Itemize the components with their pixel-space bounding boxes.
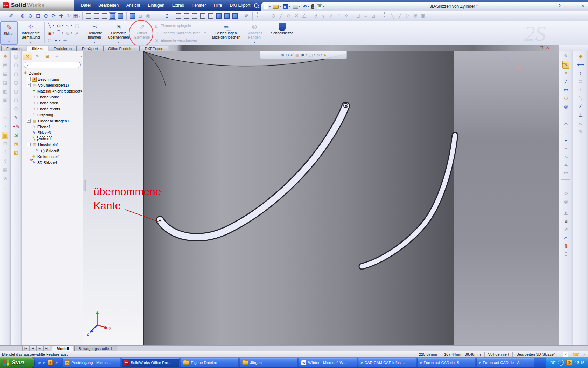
chevron-down-icon[interactable]: ▾ [53, 32, 56, 34]
appearance-ball-icon[interactable]: ● [324, 53, 326, 57]
first-tab-button[interactable]: |◀ [22, 346, 29, 351]
circle-tool-icon[interactable]: ⊙ [56, 23, 62, 28]
left-view-icon[interactable] [192, 13, 197, 19]
chevron-down-icon[interactable]: ▾ [71, 24, 74, 27]
help-dropdown-icon[interactable]: ▾ [564, 5, 566, 8]
sketch-fillet-icon[interactable]: ⌐ [565, 136, 567, 145]
shaded-view-icon[interactable] [118, 13, 123, 19]
task-posteingang[interactable]: ◷ Posteingang - Micros... [62, 358, 120, 367]
sketch-button[interactable]: ✎ Skizze ▾ [0, 21, 18, 45]
tab-skizze[interactable]: Skizze [27, 46, 48, 51]
move-body-icon[interactable]: ⇲ [14, 131, 18, 140]
menu-datei[interactable]: Datei [78, 2, 94, 8]
add-relation-icon[interactable]: ⊥ [564, 181, 568, 189]
perpendicular-dimension-icon[interactable]: ⊥ [579, 111, 583, 120]
task-foren-cad-2[interactable]: e Foren auf CAD.de - A... [476, 358, 534, 367]
tab-evaluieren[interactable]: Evaluieren [49, 46, 77, 51]
glasses-icon[interactable]: ∞ [579, 120, 582, 128]
undo-button[interactable]: ↶▾ [303, 5, 309, 8]
tree-item-3d-skizze4[interactable]: 3D✎ 3D-Skizze4 [23, 159, 83, 165]
doc-restore-button[interactable]: ❐ [540, 46, 543, 50]
ordinate-dimension-icon[interactable]: ⫶ [580, 86, 581, 94]
rapid-sketch-button[interactable]: ϟ Schnellskizze [268, 21, 296, 45]
propertymanager-tab[interactable]: ✎ [33, 53, 42, 60]
trim-entities-button[interactable]: ✂ Elemente trimmen ▾ [83, 21, 106, 45]
hidden-lines-removed-icon[interactable] [102, 13, 107, 19]
expand-toggle-icon[interactable]: + [27, 83, 31, 87]
tree-item-kreismuster1[interactable]: ✣ Kreismuster1 [23, 154, 83, 159]
quick-snaps-icon[interactable]: ◎ [564, 198, 568, 206]
tab-modell[interactable]: Modell [52, 346, 74, 351]
text-tool-icon[interactable]: A [74, 30, 80, 36]
tab-dimxpert[interactable]: DimXpert [77, 46, 103, 51]
menu-einfuegen[interactable]: Einfügen [145, 2, 167, 8]
smart-dimension-button[interactable]: ✧ Intelligente Bemaßung ▾ [18, 21, 43, 45]
tag-icon[interactable] [573, 353, 579, 356]
tree-item-beschriftung[interactable]: + A Beschriftung [23, 76, 83, 82]
tree-item-ebene-oben[interactable]: ◇ Ebene oben [23, 100, 83, 106]
tray-clock-icon[interactable]: ◷ [566, 360, 572, 366]
zoom-out-icon[interactable]: ⊖ [42, 12, 50, 20]
right-view-icon[interactable] [200, 13, 205, 19]
dimetric-view-icon[interactable] [232, 13, 238, 19]
vertical-dimension-icon[interactable]: ↕ [580, 69, 582, 77]
normal-to-icon[interactable]: ✐ [243, 12, 251, 20]
select-tool-icon[interactable]: ✐ [7, 12, 15, 20]
lofted-boss-icon[interactable]: ❖ [3, 53, 7, 61]
circle-tool-icon[interactable]: ⊙ [564, 94, 568, 103]
toolbar-grip[interactable] [257, 12, 260, 19]
3d-sketch-icon[interactable]: 3D✎ [562, 61, 569, 69]
graphics-viewport[interactable]: X Z übernommene Kante ⊕ ⊙ ✐ ▥ ▣▾ ▢▾ ∞▾ ● [83, 51, 559, 345]
toolbar-grip[interactable] [384, 12, 386, 19]
perimeter-circle-icon[interactable]: ◎ [564, 103, 568, 111]
task-eigene-dateien[interactable]: Eigene Dateien [181, 358, 239, 367]
view-orientation-icon[interactable]: ▢ [309, 53, 313, 57]
tree-item-skizze3[interactable]: ✎ Skizze3 [23, 130, 83, 136]
boss-feature-icon[interactable]: ⬔ [14, 140, 18, 149]
selection-box-icon[interactable]: ⬚ [564, 170, 568, 178]
panel-splitter-handle[interactable] [83, 180, 86, 191]
wireframe-view-icon[interactable] [86, 13, 91, 19]
convert-entities-icon[interactable]: ⧈ [565, 217, 568, 225]
dimxpertmanager-tab[interactable]: ✛ [52, 53, 62, 60]
tree-item-skizze5[interactable]: ✎ (-) Skizze5 [23, 148, 83, 154]
tree-item-ebene-rechts[interactable]: ◇ Ebene rechts [23, 106, 83, 112]
point-tool-icon[interactable]: ✳ [564, 162, 568, 170]
language-indicator[interactable]: DE [550, 361, 555, 365]
tab-features[interactable]: Features [1, 46, 26, 51]
display-relations-button[interactable]: ∞̲ Beziehungen anzeigen/löschen ▾ [209, 21, 243, 45]
line-tool-icon[interactable]: ╱ [565, 77, 567, 86]
last-tab-button[interactable]: ▶| [43, 346, 50, 351]
baseline-dimension-icon[interactable]: ≣ [579, 77, 583, 86]
spline-tool-icon[interactable]: ∿ [564, 153, 568, 162]
shadow-view-icon[interactable] [130, 13, 135, 19]
menu-bearbeiten[interactable]: Bearbeiten [95, 2, 122, 8]
prev-tab-button[interactable]: ◀ [29, 346, 36, 351]
rotate-about-icon[interactable]: ↻ [65, 12, 73, 20]
toolbar-grip[interactable] [159, 12, 161, 19]
sketch-exit-icon[interactable]: ✎ [564, 52, 568, 61]
configurationmanager-tab[interactable]: ⊞ [43, 53, 52, 60]
doc-close-button[interactable]: ✕ [546, 46, 549, 50]
standard-views-arrow-icon[interactable]: ↥ [163, 12, 171, 20]
hide-show-items-icon[interactable]: ∞ [317, 53, 320, 57]
chevron-down-icon[interactable]: ▾ [62, 24, 65, 27]
horizontal-dimension-icon[interactable]: ⟷ [577, 61, 584, 69]
close-button[interactable]: ✕ [581, 4, 584, 8]
tree-item-umwickeln1[interactable]: − ▥ Umwickeln1 [23, 142, 83, 148]
tab-office-produkte[interactable]: Office Produkte [103, 46, 140, 51]
front-view-icon[interactable] [176, 13, 181, 19]
chamfer-dimension-icon[interactable]: ⟍ [579, 94, 582, 103]
menu-dxfexport[interactable]: DXFExport [227, 2, 254, 8]
cylinder-body[interactable] [144, 51, 454, 345]
menu-extras[interactable]: Extras [169, 2, 187, 8]
realview-icon[interactable]: ◉ [144, 12, 152, 20]
menu-hilfe[interactable]: Hilfe [211, 2, 225, 8]
back-view-icon[interactable] [184, 13, 189, 19]
doc-minimize-button[interactable]: – [535, 46, 537, 50]
featuremanager-tab[interactable]: ⚒ [23, 53, 32, 60]
display-style-icon[interactable]: ▣ [301, 53, 304, 57]
task-woerter-word[interactable]: W Wörter - Microsoft W... [299, 358, 357, 367]
tangent-arc-icon[interactable]: ⌓ [564, 120, 568, 128]
help-button[interactable]: ? [558, 4, 561, 8]
